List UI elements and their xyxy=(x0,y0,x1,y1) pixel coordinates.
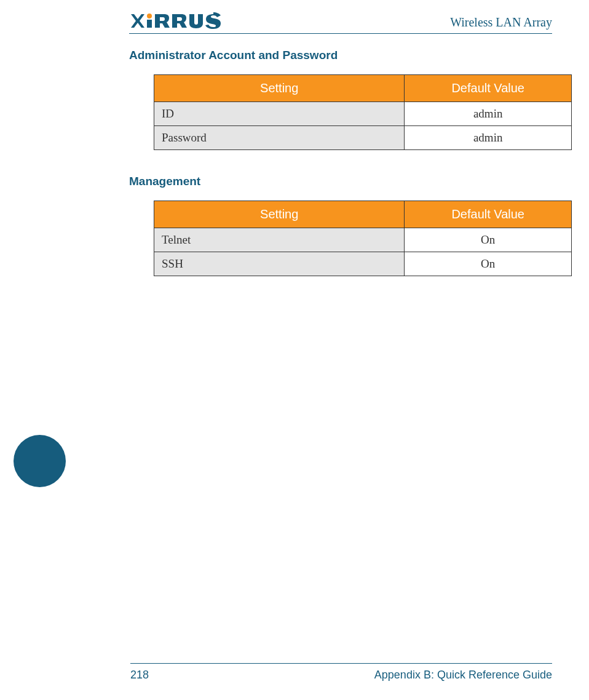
col-header-value: Default Value xyxy=(405,75,572,102)
doc-title: Wireless LAN Array xyxy=(450,15,552,30)
col-header-value: Default Value xyxy=(405,201,572,228)
svg-point-0 xyxy=(147,14,152,18)
cell-value: On xyxy=(405,252,572,276)
table-row: Password admin xyxy=(154,126,572,150)
svg-rect-1 xyxy=(147,20,152,28)
cell-value: On xyxy=(405,228,572,252)
col-header-setting: Setting xyxy=(154,201,405,228)
page-number: 218 xyxy=(130,669,149,682)
cell-value: admin xyxy=(405,102,572,126)
cell-value: admin xyxy=(405,126,572,150)
table-row: SSH On xyxy=(154,252,572,276)
admin-table: Setting Default Value ID admin Password … xyxy=(154,74,572,150)
page-header: Wireless LAN Array xyxy=(129,12,552,34)
col-header-setting: Setting xyxy=(154,75,405,102)
table-row: ID admin xyxy=(154,102,572,126)
cell-setting: Telnet xyxy=(154,228,405,252)
page-footer: 218 Appendix B: Quick Reference Guide xyxy=(130,663,552,682)
section-heading-admin: Administrator Account and Password xyxy=(129,49,552,62)
cell-setting: Password xyxy=(154,126,405,150)
cell-setting: SSH xyxy=(154,252,405,276)
section-heading-management: Management xyxy=(129,175,552,188)
management-table: Setting Default Value Telnet On SSH On xyxy=(154,201,572,276)
table-row: Telnet On xyxy=(154,228,572,252)
tab-circle xyxy=(14,435,66,487)
appendix-label: Appendix B: Quick Reference Guide xyxy=(374,669,552,682)
cell-setting: ID xyxy=(154,102,405,126)
logo xyxy=(129,12,227,30)
